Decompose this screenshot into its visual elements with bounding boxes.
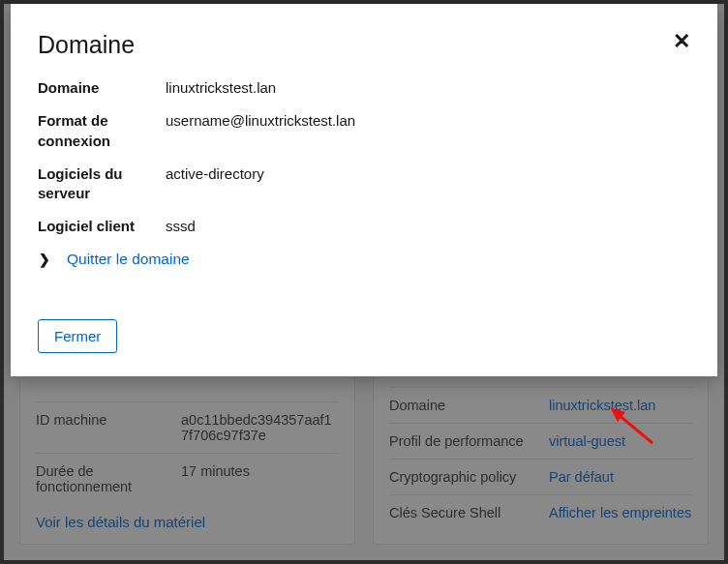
row-client-software: Logiciel client sssd xyxy=(38,217,690,236)
value-client-software: sssd xyxy=(166,217,196,236)
label-server-software: Logiciels du serveur xyxy=(38,164,166,204)
modal-body: Domaine linuxtrickstest.lan Format de co… xyxy=(38,78,690,294)
leave-domain-link[interactable]: Quitter le domaine xyxy=(67,251,190,268)
modal-header: Domaine ✕ xyxy=(38,31,690,59)
chevron-right-icon: ❯ xyxy=(38,252,51,267)
value-login-format: username@linuxtrickstest.lan xyxy=(166,111,355,151)
close-button[interactable]: Fermer xyxy=(38,319,117,353)
value-modal-domain: linuxtrickstest.lan xyxy=(166,78,276,98)
modal-title: Domaine xyxy=(38,31,135,59)
label-login-format: Format de connexion xyxy=(38,111,166,151)
domain-modal: Domaine ✕ Domaine linuxtrickstest.lan Fo… xyxy=(11,4,717,376)
close-icon[interactable]: ✕ xyxy=(673,31,690,52)
label-client-software: Logiciel client xyxy=(38,217,166,236)
row-server-software: Logiciels du serveur active-directory xyxy=(38,164,690,204)
value-server-software: active-directory xyxy=(166,164,264,204)
label-modal-domain: Domaine xyxy=(38,78,166,98)
leave-domain-row[interactable]: ❯ Quitter le domaine xyxy=(38,251,690,268)
modal-footer: Fermer xyxy=(38,319,690,353)
row-login-format: Format de connexion username@linuxtricks… xyxy=(38,111,690,151)
row-modal-domain: Domaine linuxtrickstest.lan xyxy=(38,78,690,98)
